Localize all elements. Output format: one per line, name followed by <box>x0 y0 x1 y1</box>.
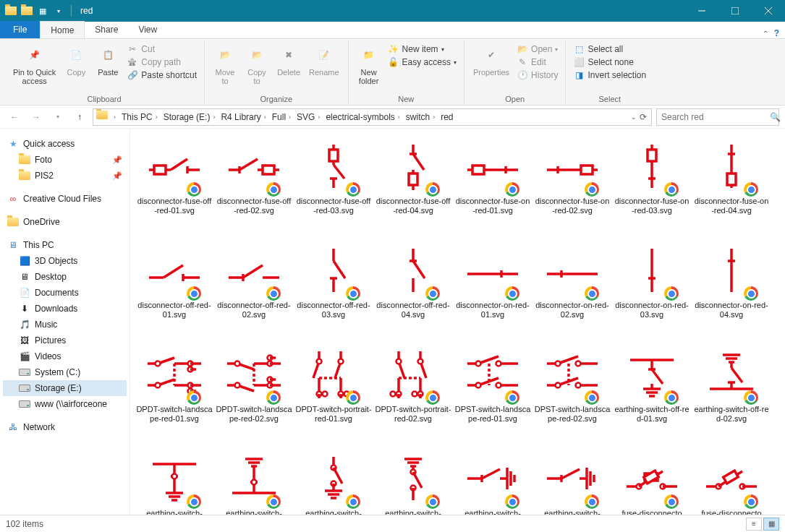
select-none-button[interactable]: ⬜Select none <box>573 56 646 68</box>
breadcrumb-item[interactable]: R4 Library› <box>218 112 268 122</box>
pc-folder-item[interactable]: ⬇Downloads <box>3 301 127 317</box>
close-button[interactable] <box>752 0 785 22</box>
properties-button[interactable]: ✔Properties <box>469 42 514 78</box>
copy-button[interactable]: 📄Copy <box>60 42 92 78</box>
file-item[interactable]: earthing-switch- <box>453 450 532 515</box>
file-item[interactable]: disconnector-off-red-04.svg <box>373 241 453 343</box>
file-item[interactable]: earthing-switch- <box>214 450 294 515</box>
maximize-button[interactable] <box>718 0 752 22</box>
new-folder-button[interactable]: 📁New folder <box>353 42 385 87</box>
file-item[interactable]: fuse-disconnecto <box>692 450 771 515</box>
pc-folder-item[interactable]: System (C:) <box>3 364 127 380</box>
paste-button[interactable]: 📋Paste <box>92 42 124 78</box>
breadcrumb-item[interactable]: Full› <box>269 112 294 122</box>
file-item[interactable]: earthing-switch- <box>373 450 453 515</box>
details-view-button[interactable]: ≡ <box>746 518 762 531</box>
pc-folder-item[interactable]: Storage (E:) <box>3 380 127 396</box>
search-input[interactable] <box>661 112 770 122</box>
pc-folder-item[interactable]: 🖥Desktop <box>3 269 127 285</box>
file-item[interactable]: disconnector-on-red-02.svg <box>532 241 612 343</box>
file-item[interactable]: earthing-switch-off-red-01.svg <box>612 346 692 447</box>
quick-access-folder[interactable]: PIS2📌 <box>3 168 127 184</box>
forward-button[interactable]: → <box>27 108 45 126</box>
pc-folder-item[interactable]: 🎬Videos <box>3 348 127 364</box>
open-button[interactable]: 📂Open ▾ <box>517 43 558 55</box>
view-tab[interactable]: View <box>128 21 167 38</box>
file-item[interactable]: earthing-switch- <box>532 450 612 515</box>
qat-dropdown-icon[interactable]: ▾ <box>52 3 65 19</box>
file-item[interactable]: disconnector-fuse-on-red-03.svg <box>612 137 692 239</box>
creative-cloud-item[interactable]: ∞Creative Cloud Files <box>3 191 127 207</box>
rename-button[interactable]: 📝Rename <box>305 42 344 78</box>
file-item[interactable]: disconnector-fuse-on-red-04.svg <box>692 137 771 239</box>
refresh-icon[interactable]: ⟳ <box>640 112 647 122</box>
recent-button[interactable]: ▾ <box>49 108 67 126</box>
quick-access-folder[interactable]: Foto📌 <box>3 152 127 168</box>
onedrive-item[interactable]: OneDrive <box>3 214 127 230</box>
home-tab[interactable]: Home <box>40 21 85 38</box>
this-pc-item[interactable]: 🖥This PC <box>3 237 127 253</box>
file-item[interactable]: disconnector-fuse-on-red-02.svg <box>532 137 612 239</box>
pc-folder-item[interactable]: 🖼Pictures <box>3 332 127 348</box>
search-box[interactable]: 🔍 <box>656 108 779 126</box>
file-item[interactable]: disconnector-on-red-04.svg <box>692 241 771 343</box>
pc-folder-item[interactable]: www (\\airforceone <box>3 396 127 412</box>
file-item[interactable]: earthing-switch- <box>135 450 214 515</box>
new-item-button[interactable]: ✨New item ▾ <box>388 43 457 55</box>
pin-quick-access-button[interactable]: 📌Pin to Quick access <box>9 42 60 87</box>
history-button[interactable]: 🕐History <box>517 69 558 81</box>
file-item[interactable]: disconnector-off-red-01.svg <box>135 241 214 343</box>
address-dropdown-icon[interactable]: ⌄ <box>631 113 637 121</box>
edit-button[interactable]: ✎Edit <box>517 56 558 68</box>
breadcrumb-item[interactable]: switch› <box>403 112 438 122</box>
file-item[interactable]: disconnector-on-red-03.svg <box>612 241 692 343</box>
minimize-button[interactable] <box>685 0 718 22</box>
file-item[interactable]: DPST-switch-landscape-red-01.svg <box>453 346 532 447</box>
breadcrumb-item[interactable]: This PC› <box>119 112 161 122</box>
address-bar[interactable]: › This PC›Storage (E:)›R4 Library›Full›S… <box>93 108 652 126</box>
copy-to-button[interactable]: 📂Copy to <box>241 42 273 87</box>
pc-folder-item[interactable]: 📄Documents <box>3 285 127 301</box>
back-button[interactable]: ← <box>6 108 23 126</box>
file-view[interactable]: disconnector-fuse-off-red-01.svgdisconne… <box>130 129 785 515</box>
invert-selection-button[interactable]: ◨Invert selection <box>573 69 646 81</box>
breadcrumb-item[interactable]: red <box>438 112 456 122</box>
file-item[interactable]: disconnector-off-red-02.svg <box>214 241 294 343</box>
copy-path-button[interactable]: 🛣Copy path <box>127 56 197 68</box>
file-item[interactable]: earthing-switch-off-red-02.svg <box>692 346 771 447</box>
qat-properties-icon[interactable]: ▦ <box>36 3 49 19</box>
file-item[interactable]: disconnector-fuse-off-red-01.svg <box>135 137 214 239</box>
file-item[interactable]: disconnector-fuse-on-red-01.svg <box>453 137 532 239</box>
file-item[interactable]: disconnector-off-red-03.svg <box>294 241 373 343</box>
file-tab[interactable]: File <box>0 21 40 38</box>
file-item[interactable]: DPST-switch-landscape-red-02.svg <box>532 346 612 447</box>
paste-shortcut-button[interactable]: 🔗Paste shortcut <box>127 69 197 81</box>
file-item[interactable]: disconnector-fuse-off-red-03.svg <box>294 137 373 239</box>
file-item[interactable]: DPDT-switch-portrait-red-01.svg <box>294 346 373 447</box>
file-item[interactable]: DPDT-switch-portrait-red-02.svg <box>373 346 453 447</box>
quick-access-item[interactable]: ★Quick access <box>3 136 127 152</box>
easy-access-button[interactable]: 🔓Easy access ▾ <box>388 56 457 68</box>
cut-button[interactable]: ✂Cut <box>127 43 197 55</box>
share-tab[interactable]: Share <box>85 21 128 38</box>
help-icon[interactable]: ? <box>774 28 779 38</box>
delete-button[interactable]: ✖Delete <box>273 42 305 78</box>
file-item[interactable]: disconnector-fuse-off-red-04.svg <box>373 137 453 239</box>
file-item[interactable]: disconnector-on-red-01.svg <box>453 241 532 343</box>
network-item[interactable]: 🖧Network <box>3 419 127 435</box>
breadcrumb-item[interactable]: SVG› <box>294 112 323 122</box>
thumbnails-view-button[interactable]: ▦ <box>763 518 779 531</box>
file-item[interactable]: DPDT-switch-landscape-red-02.svg <box>214 346 294 447</box>
file-item[interactable]: earthing-switch- <box>294 450 373 515</box>
file-item[interactable]: fuse-disconnecto <box>612 450 692 515</box>
breadcrumb-item[interactable]: Storage (E:)› <box>161 112 218 122</box>
breadcrumb-item[interactable]: electrical-symbols› <box>323 112 402 122</box>
qat-folder-icon[interactable] <box>20 3 33 19</box>
file-item[interactable]: disconnector-fuse-off-red-02.svg <box>214 137 294 239</box>
select-all-button[interactable]: ⬚Select all <box>573 43 646 55</box>
file-item[interactable]: DPDT-switch-landscape-red-01.svg <box>135 346 214 447</box>
up-button[interactable]: ↑ <box>71 108 88 126</box>
ribbon-collapse-icon[interactable]: ⌃ <box>763 30 768 38</box>
move-to-button[interactable]: 📂Move to <box>209 42 241 87</box>
navigation-pane[interactable]: ★Quick access Foto📌PIS2📌 ∞Creative Cloud… <box>0 129 130 515</box>
